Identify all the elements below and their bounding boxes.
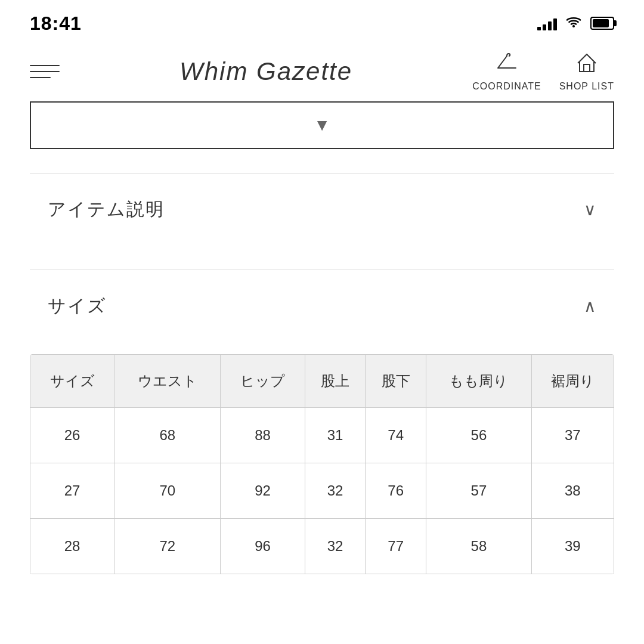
col-header-thigh: もも周り xyxy=(426,355,532,408)
shoplist-label: SHOP LIST xyxy=(559,81,614,92)
table-row: 27 70 92 32 76 57 38 xyxy=(30,463,614,519)
cell-rise-27: 32 xyxy=(305,463,366,519)
status-time: 18:41 xyxy=(30,13,82,35)
brand-title: Whim Gazette xyxy=(179,57,352,86)
col-header-hip: ヒップ xyxy=(221,355,305,408)
col-header-hem: 裾周り xyxy=(531,355,614,408)
svg-point-0 xyxy=(572,25,575,27)
cell-hem-28: 39 xyxy=(531,519,614,574)
hanger-icon xyxy=(495,51,519,78)
size-table: サイズ ウエスト ヒップ 股上 股下 もも周り 裾周り 26 68 88 31 … xyxy=(30,355,614,574)
svg-rect-1 xyxy=(584,64,590,72)
banner-arrow-icon: ▼ xyxy=(314,116,330,135)
table-row: 26 68 88 31 74 56 37 xyxy=(30,408,614,463)
col-header-inseam: 股下 xyxy=(366,355,426,408)
status-icons xyxy=(537,14,614,33)
table-row: 28 72 96 32 77 58 39 xyxy=(30,519,614,574)
item-description-section[interactable]: アイテム説明 ∨ xyxy=(0,174,644,246)
cell-inseam-28: 77 xyxy=(366,519,426,574)
col-header-rise: 股上 xyxy=(305,355,366,408)
cell-hem-27: 38 xyxy=(531,463,614,519)
size-table-section: サイズ ウエスト ヒップ 股上 股下 もも周り 裾周り 26 68 88 31 … xyxy=(0,354,644,574)
col-header-size: サイズ xyxy=(30,355,114,408)
nav-actions: COORDINATE SHOP LIST xyxy=(472,51,614,92)
battery-icon xyxy=(590,17,614,30)
cell-inseam-27: 76 xyxy=(366,463,426,519)
cell-size-26: 26 xyxy=(30,408,114,463)
cell-waist-27: 70 xyxy=(114,463,221,519)
hamburger-line-3 xyxy=(30,77,51,78)
cell-hem-26: 37 xyxy=(531,408,614,463)
hamburger-line-2 xyxy=(30,71,60,72)
wifi-icon xyxy=(565,14,582,33)
cell-hip-28: 96 xyxy=(221,519,305,574)
size-section-header[interactable]: サイズ ∧ xyxy=(0,270,644,342)
cell-size-28: 28 xyxy=(30,519,114,574)
cell-waist-26: 68 xyxy=(114,408,221,463)
chevron-up-icon: ∧ xyxy=(584,296,596,316)
cell-hip-26: 88 xyxy=(221,408,305,463)
cell-rise-26: 31 xyxy=(305,408,366,463)
hamburger-menu[interactable] xyxy=(30,65,60,78)
signal-icon xyxy=(537,16,557,30)
home-icon xyxy=(575,51,599,78)
col-header-waist: ウエスト xyxy=(114,355,221,408)
cell-thigh-26: 56 xyxy=(426,408,532,463)
cell-inseam-26: 74 xyxy=(366,408,426,463)
cell-thigh-27: 57 xyxy=(426,463,532,519)
top-banner: ▼ xyxy=(30,101,614,149)
cell-rise-28: 32 xyxy=(305,519,366,574)
nav-header: Whim Gazette COORDINATE SHOP LIST xyxy=(0,42,644,101)
cell-hip-27: 92 xyxy=(221,463,305,519)
chevron-down-icon: ∨ xyxy=(584,200,596,219)
table-header-row: サイズ ウエスト ヒップ 股上 股下 もも周り 裾周り xyxy=(30,355,614,408)
cell-thigh-28: 58 xyxy=(426,519,532,574)
size-table-wrapper: サイズ ウエスト ヒップ 股上 股下 もも周り 裾周り 26 68 88 31 … xyxy=(30,354,614,574)
hamburger-line-1 xyxy=(30,65,60,66)
status-bar: 18:41 xyxy=(0,0,644,42)
size-title: サイズ xyxy=(48,294,107,318)
item-description-title: アイテム説明 xyxy=(48,197,165,222)
coordinate-nav-item[interactable]: COORDINATE xyxy=(472,51,541,92)
cell-size-27: 27 xyxy=(30,463,114,519)
coordinate-label: COORDINATE xyxy=(472,81,541,92)
cell-waist-28: 72 xyxy=(114,519,221,574)
shoplist-nav-item[interactable]: SHOP LIST xyxy=(559,51,614,92)
